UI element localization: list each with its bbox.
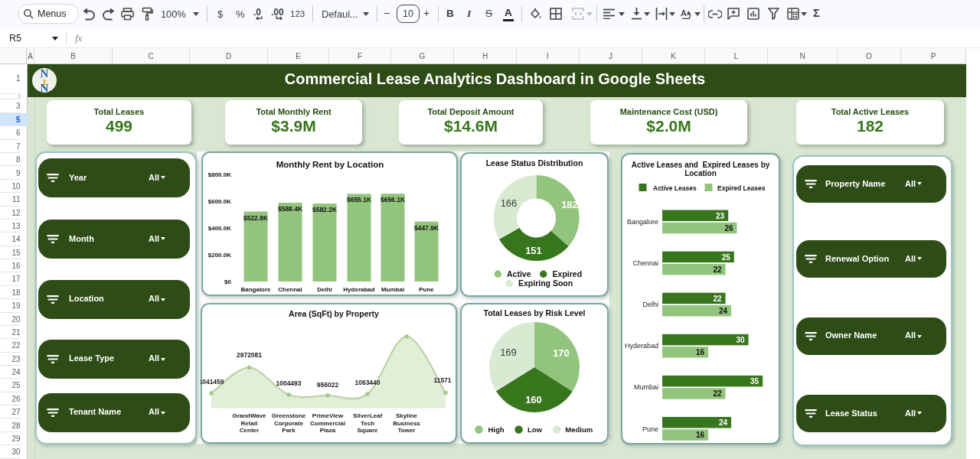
svg-text:Park: Park bbox=[282, 427, 296, 434]
svg-text:$0: $0 bbox=[224, 278, 231, 285]
svg-text:Expired: Expired bbox=[553, 269, 583, 278]
svg-text:Medium: Medium bbox=[565, 425, 593, 434]
svg-text:26: 26 bbox=[724, 224, 733, 233]
svg-text:Hyderabad: Hyderabad bbox=[343, 286, 374, 293]
svg-text:Expired Leases: Expired Leases bbox=[717, 184, 766, 192]
svg-text:35: 35 bbox=[750, 377, 760, 386]
svg-text:Greenstone: Greenstone bbox=[272, 412, 306, 419]
svg-text:Pune: Pune bbox=[419, 286, 434, 293]
svg-text:Low: Low bbox=[528, 425, 543, 434]
svg-text:N: N bbox=[41, 82, 49, 93]
svg-text:182: 182 bbox=[561, 199, 578, 210]
svg-text:23: 23 bbox=[716, 212, 725, 220]
svg-text:$800.0K: $800.0K bbox=[208, 171, 231, 178]
svg-text:16: 16 bbox=[696, 431, 705, 439]
svg-text:24: 24 bbox=[719, 418, 728, 427]
svg-text:Chennai: Chennai bbox=[632, 259, 658, 267]
svg-text:Business: Business bbox=[393, 420, 420, 427]
svg-text:Monthly Rent by Location: Monthly Rent by Location bbox=[276, 160, 384, 169]
svg-text:Area (SqFt) by Property: Area (SqFt) by Property bbox=[289, 309, 379, 318]
svg-text:Location: Location bbox=[684, 169, 717, 177]
svg-text:$582.2K: $582.2K bbox=[312, 206, 338, 213]
svg-text:Skyline: Skyline bbox=[396, 412, 418, 419]
svg-text:GrandWave: GrandWave bbox=[232, 412, 266, 419]
svg-text:2972081: 2972081 bbox=[237, 351, 262, 359]
svg-text:Bangalore: Bangalore bbox=[240, 286, 271, 293]
svg-text:22: 22 bbox=[713, 295, 722, 303]
svg-text:A: A bbox=[681, 8, 687, 18]
svg-text:Center: Center bbox=[240, 427, 259, 434]
svg-text:151: 151 bbox=[525, 245, 542, 256]
svg-text:Total Leases by Risk Level: Total Leases by Risk Level bbox=[484, 308, 586, 317]
svg-text:Pune: Pune bbox=[642, 425, 658, 433]
svg-text:Corporate: Corporate bbox=[274, 420, 304, 427]
svg-text:160: 160 bbox=[525, 394, 542, 405]
svg-text:Chennai: Chennai bbox=[278, 286, 302, 293]
svg-text:166: 166 bbox=[501, 197, 518, 209]
svg-text:Tech: Tech bbox=[361, 420, 374, 427]
svg-text:$600.0K: $600.0K bbox=[208, 198, 231, 205]
svg-text:$588.4K: $588.4K bbox=[278, 205, 303, 213]
svg-text:11571: 11571 bbox=[433, 376, 451, 384]
svg-text:1004493: 1004493 bbox=[276, 379, 301, 387]
svg-text:25: 25 bbox=[722, 253, 731, 262]
svg-text:$400.0K: $400.0K bbox=[208, 225, 231, 232]
svg-text:$522.8K: $522.8K bbox=[243, 214, 269, 222]
svg-text:Delhi: Delhi bbox=[642, 301, 658, 308]
svg-text:Square: Square bbox=[357, 427, 378, 434]
svg-text:Retail: Retail bbox=[241, 420, 258, 427]
svg-text:169: 169 bbox=[500, 347, 517, 358]
svg-text:Bangalore: Bangalore bbox=[627, 218, 658, 226]
svg-text:956022: 956022 bbox=[317, 381, 339, 389]
svg-text:Active: Active bbox=[507, 269, 531, 278]
svg-text:22: 22 bbox=[713, 389, 722, 398]
svg-text:$655.1K: $655.1K bbox=[347, 196, 372, 203]
svg-text:PrimeView: PrimeView bbox=[312, 412, 344, 419]
svg-text:Commercial: Commercial bbox=[310, 420, 345, 427]
svg-text:SilverLeaf: SilverLeaf bbox=[353, 412, 383, 419]
svg-text:Expiring Soon: Expiring Soon bbox=[518, 278, 573, 288]
svg-text:Plaza: Plaza bbox=[320, 427, 336, 434]
svg-text:Hyderabad: Hyderabad bbox=[625, 342, 658, 350]
svg-text:1063440: 1063440 bbox=[354, 379, 380, 386]
svg-text:22: 22 bbox=[713, 265, 722, 274]
svg-text:Mumbai: Mumbai bbox=[381, 286, 404, 293]
svg-text:30: 30 bbox=[736, 336, 745, 344]
svg-text:$200.0K: $200.0K bbox=[208, 252, 231, 259]
svg-text:Mumbai: Mumbai bbox=[634, 383, 658, 391]
svg-text:Lease Status Distribution: Lease Status Distribution bbox=[486, 158, 583, 168]
svg-text:Active Leases and Expired Lea: Active Leases and Expired Leases by bbox=[632, 161, 770, 169]
svg-text:170: 170 bbox=[553, 347, 570, 359]
svg-text:$447.9K: $447.9K bbox=[414, 224, 439, 232]
svg-text:Delhi: Delhi bbox=[317, 286, 332, 293]
svg-text:Active Leases: Active Leases bbox=[653, 184, 697, 192]
svg-text:24: 24 bbox=[719, 307, 728, 315]
svg-text:16: 16 bbox=[696, 348, 705, 356]
svg-text:High: High bbox=[488, 425, 505, 434]
svg-text:1041459: 1041459 bbox=[201, 378, 224, 386]
svg-text:Tower: Tower bbox=[398, 427, 416, 434]
svg-text:$656.1K: $656.1K bbox=[381, 196, 406, 203]
